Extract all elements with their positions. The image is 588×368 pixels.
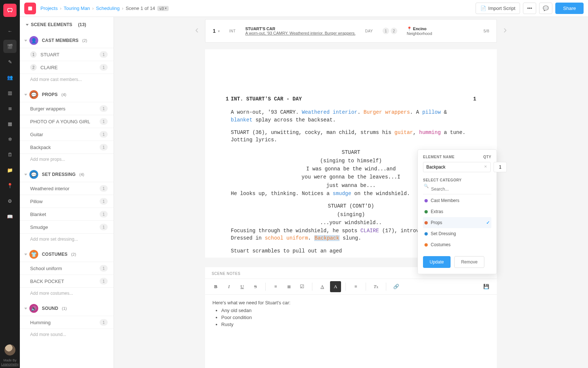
- svg-rect-0: [8, 8, 12, 11]
- align-button[interactable]: ≡: [350, 281, 361, 292]
- section-header[interactable]: 🔊SOUND (1): [20, 301, 114, 316]
- element-name-input[interactable]: [423, 162, 491, 172]
- script-line: STUART (36), unwitting, cocky, man child…: [231, 129, 471, 144]
- import-script-button[interactable]: 📄Import Script: [476, 3, 520, 14]
- scene-num-right: 1: [473, 95, 476, 103]
- italic-button[interactable]: I: [223, 281, 234, 292]
- svg-rect-1: [28, 6, 32, 10]
- update-button[interactable]: Update: [423, 256, 451, 268]
- note-item: Any old sedan: [221, 308, 490, 313]
- scene-strip: ‹ › 1 ▾ INT STUART'S CAR A worn-out, '93…: [205, 19, 497, 43]
- category-option[interactable]: Set Dressing: [423, 228, 491, 239]
- clear-format-button[interactable]: Tx: [370, 281, 381, 292]
- ul-button[interactable]: ≣: [283, 281, 294, 292]
- section-header[interactable]: 💬PROPS (4): [20, 87, 114, 102]
- crumb-scene: Scene 1 of 14: [126, 6, 155, 11]
- element-popover: ELEMENT NAME QTY SELECT CATEGORY Cast Me…: [417, 149, 497, 274]
- section-header[interactable]: 💬SET DRESSING (4): [20, 167, 114, 182]
- save-notes-button[interactable]: 💾: [481, 281, 492, 292]
- more-button[interactable]: •••: [523, 3, 536, 14]
- add-element-row[interactable]: Add more costumes...: [20, 287, 114, 299]
- edit-icon[interactable]: ✎: [3, 55, 17, 68]
- scene-num-left: 1: [226, 95, 229, 103]
- element-row[interactable]: Blanket1: [20, 208, 114, 220]
- note-item: Poor condition: [221, 315, 490, 320]
- underline-button[interactable]: U: [237, 281, 248, 292]
- textcolor-button[interactable]: A: [317, 281, 328, 292]
- bold-button[interactable]: B: [210, 281, 221, 292]
- qty-label: QTY: [483, 155, 491, 159]
- folder-icon[interactable]: 📁: [3, 163, 17, 177]
- category-option[interactable]: Props✓: [423, 217, 491, 228]
- people-icon[interactable]: 👥: [3, 71, 17, 84]
- ol-button[interactable]: ≡: [270, 281, 281, 292]
- element-row[interactable]: Burger wrappers1: [20, 102, 114, 115]
- chevron-down-icon: [26, 24, 29, 26]
- chevron-down-icon: ▾: [218, 29, 220, 33]
- location[interactable]: 📍 Encino Neighborhood: [407, 26, 432, 36]
- cast-pill-1[interactable]: 1: [383, 28, 389, 34]
- notes-toolbar: B I U S ≡ ≣ ☑ A A ≡ Tx 🔗 💾: [205, 279, 497, 295]
- wheel-icon[interactable]: ✲: [3, 132, 17, 146]
- strip-icon[interactable]: ≣: [3, 102, 17, 115]
- share-button[interactable]: Share: [555, 3, 584, 14]
- element-row[interactable]: Humming1: [20, 316, 114, 329]
- checklist-button[interactable]: ☑: [297, 281, 308, 292]
- strike-button[interactable]: S: [250, 281, 261, 292]
- add-element-row[interactable]: Add more sound...: [20, 329, 114, 340]
- crumb-projects[interactable]: Projects: [40, 6, 58, 11]
- category-option[interactable]: Extras: [423, 206, 491, 217]
- script-slugline: INT. STUART'S CAR - DAY: [231, 95, 471, 103]
- scene-length: 5/8: [484, 29, 489, 33]
- settings-icon[interactable]: ⚙: [3, 194, 17, 208]
- add-element-row[interactable]: Add more props...: [20, 153, 114, 165]
- location-icon[interactable]: 📍: [3, 179, 17, 192]
- calendar-icon[interactable]: 🗓: [3, 148, 17, 161]
- element-row[interactable]: Guitar1: [20, 128, 114, 141]
- columns-icon[interactable]: ▥: [3, 86, 17, 99]
- element-row[interactable]: 1STUART1: [20, 48, 114, 61]
- user-avatar[interactable]: [4, 344, 15, 355]
- element-row[interactable]: Backpack1: [20, 141, 114, 153]
- section-header[interactable]: 👤CAST MEMBERS (2): [20, 33, 114, 48]
- crumb-project[interactable]: Touring Man: [64, 6, 90, 11]
- left-rail: ←🎬✎👥▥≣▦✲🗓📁📍⚙📖 Made ByLeanometry: [0, 0, 20, 368]
- element-row[interactable]: BACK POCKET1: [20, 275, 114, 287]
- element-row[interactable]: Pillow1: [20, 195, 114, 208]
- highlight-button[interactable]: A: [330, 281, 341, 292]
- category-label: SELECT CATEGORY: [423, 178, 491, 182]
- sidebar-title[interactable]: SCENE ELEMENTS (13): [20, 17, 114, 31]
- element-name-label: ELEMENT NAME: [423, 155, 455, 159]
- scene-icon[interactable]: 🎬: [3, 40, 17, 53]
- add-element-row[interactable]: Add more set dressing...: [20, 233, 114, 245]
- category-option[interactable]: Costumes: [423, 239, 491, 250]
- table-icon[interactable]: ▦: [3, 117, 17, 130]
- app-logo[interactable]: [3, 4, 17, 17]
- slugline[interactable]: STUART'S CAR A worn-out, '93 CAMRY. Weat…: [245, 26, 355, 35]
- version-selector[interactable]: v3▾: [157, 6, 169, 11]
- element-row[interactable]: PHOTO OF A YOUNG GIRL1: [20, 115, 114, 128]
- section-header[interactable]: 👕COSTUMES (2): [20, 247, 114, 262]
- cast-pill-2[interactable]: 2: [391, 28, 397, 34]
- back-icon[interactable]: ←: [3, 24, 17, 38]
- scene-number[interactable]: 1: [213, 28, 216, 34]
- element-row[interactable]: Weathered interior1: [20, 182, 114, 195]
- module-icon[interactable]: [24, 3, 36, 14]
- add-element-row[interactable]: Add more cast members...: [20, 74, 114, 85]
- element-row[interactable]: 2CLAIRE1: [20, 61, 114, 74]
- remove-button[interactable]: Remove: [454, 256, 485, 268]
- book-icon[interactable]: 📖: [3, 210, 17, 223]
- link-button[interactable]: 🔗: [391, 281, 402, 292]
- element-row[interactable]: School uniform1: [20, 262, 114, 275]
- crumb-section[interactable]: Scheduling: [96, 6, 119, 11]
- category-option[interactable]: Cast Members: [423, 195, 491, 206]
- prev-scene-arrow[interactable]: ‹: [195, 24, 198, 36]
- script-line: A worn-out, '93 CAMRY. Weathered interio…: [231, 109, 471, 124]
- category-search[interactable]: [423, 184, 491, 194]
- qty-input[interactable]: [494, 162, 507, 172]
- made-by: Made ByLeanometry: [0, 358, 20, 367]
- comments-button[interactable]: 💬: [539, 3, 552, 14]
- next-scene-arrow[interactable]: ›: [503, 24, 507, 36]
- notes-body[interactable]: Here's what we need for Stuart's car: An…: [205, 295, 497, 334]
- element-row[interactable]: Smudge1: [20, 220, 114, 233]
